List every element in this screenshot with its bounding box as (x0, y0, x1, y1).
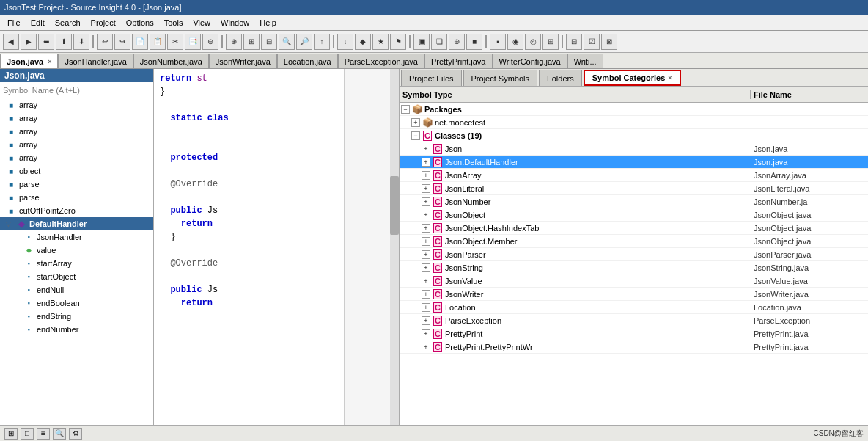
file-tab[interactable]: Writi... (567, 54, 603, 68)
code-editor[interactable]: return st} static clas protected @Overri… (154, 69, 344, 425)
tree-row[interactable]: +CLocationLocation.java (400, 301, 868, 314)
toolbar-btn[interactable]: ⊖ (202, 34, 218, 50)
file-tab[interactable]: Location.java (277, 54, 338, 68)
left-item[interactable]: ■array (0, 151, 153, 164)
left-item[interactable]: ■parse (0, 178, 153, 191)
toolbar-btn[interactable]: ⊟ (261, 34, 277, 50)
toolbar-btn[interactable]: ⊕ (449, 34, 465, 50)
tree-row[interactable]: +CJsonNumberJsonNumber.ja (400, 195, 868, 208)
expand-btn[interactable]: + (422, 158, 430, 167)
file-tab-close[interactable]: × (48, 58, 51, 65)
expand-btn[interactable]: + (422, 277, 430, 285)
toolbar-btn[interactable]: ↑ (314, 34, 330, 50)
left-item[interactable]: ▪endString (0, 310, 153, 323)
status-btn-5[interactable]: ⚙ (69, 428, 82, 440)
menu-item-tools[interactable]: Tools (160, 17, 188, 29)
menu-item-view[interactable]: View (188, 17, 215, 29)
menu-item-search[interactable]: Search (51, 17, 85, 29)
toolbar-btn[interactable]: ↓ (337, 34, 353, 50)
tree-row[interactable]: +CJsonJson.java (400, 142, 868, 156)
toolbar-btn[interactable]: ⬇ (73, 34, 89, 50)
left-item[interactable]: ◆value (0, 244, 153, 257)
menu-item-options[interactable]: Options (122, 17, 158, 29)
panel-tab-project-files[interactable]: Project Files (401, 70, 462, 86)
toolbar-btn[interactable]: ↩ (97, 34, 113, 50)
file-tab[interactable]: JsonWriter.java (209, 54, 277, 68)
toolbar-btn[interactable]: 🔍 (279, 34, 295, 50)
tree-row[interactable]: +CJsonLiteralJsonLiteral.java (400, 182, 868, 195)
toolbar-btn[interactable]: ▣ (413, 34, 430, 50)
tree-row[interactable]: +CParseExceptionParseException (400, 314, 868, 327)
toolbar-btn[interactable]: ◀ (3, 34, 19, 50)
symbol-search[interactable] (0, 82, 153, 98)
expand-btn[interactable]: − (411, 131, 420, 140)
left-item[interactable]: ■cutOffPointZero (0, 204, 153, 217)
toolbar-btn[interactable]: ⊞ (542, 34, 559, 50)
tree-row[interactable]: +CJsonValueJsonValue.java (400, 274, 868, 288)
toolbar-btn[interactable]: ❏ (431, 34, 447, 50)
tree-row[interactable]: +CJsonObject.MemberJsonObject.java (400, 235, 868, 248)
file-tab[interactable]: Json.java× (0, 54, 58, 68)
left-item[interactable]: ▽◆DefaultHandler (0, 217, 153, 230)
file-tab[interactable]: JsonNumber.java (133, 54, 209, 68)
expand-btn[interactable]: + (422, 197, 430, 206)
tree-row[interactable]: +CJson.DefaultHandlerJson.java (400, 156, 868, 169)
toolbar-btn[interactable]: ◆ (355, 34, 371, 50)
menu-item-project[interactable]: Project (87, 17, 120, 29)
expand-btn[interactable]: + (422, 343, 430, 351)
toolbar-btn[interactable]: ▪ (490, 34, 506, 50)
toolbar-btn[interactable]: ▶ (21, 34, 37, 50)
tree-row[interactable]: +CPrettyPrintPrettyPrint.java (400, 327, 868, 340)
toolbar-btn[interactable]: 📑 (185, 34, 201, 50)
toolbar-btn[interactable]: ↪ (114, 34, 130, 50)
tree-row[interactable]: −📦Packages (400, 103, 868, 116)
tree-row[interactable]: −CClasses (19) (400, 129, 868, 142)
toolbar-btn[interactable]: ⬆ (56, 34, 72, 50)
expand-btn[interactable]: + (422, 211, 430, 219)
tree-row[interactable]: +📦net.moocetest (400, 116, 868, 129)
toolbar-btn[interactable]: 📄 (132, 34, 148, 50)
left-item[interactable]: ▪endNumber (0, 323, 153, 336)
status-btn-3[interactable]: ≡ (37, 428, 50, 440)
toolbar-btn[interactable]: ⊟ (566, 34, 582, 50)
toolbar-btn[interactable]: 🔎 (296, 34, 312, 50)
expand-icon[interactable]: ▽ (6, 220, 13, 227)
toolbar-btn[interactable]: ⊞ (243, 34, 260, 50)
panel-tab-folders[interactable]: Folders (539, 70, 582, 86)
left-item[interactable]: ■parse (0, 191, 153, 204)
left-item[interactable]: ■array (0, 125, 153, 138)
panel-tab-close[interactable]: × (668, 74, 672, 81)
expand-btn[interactable]: + (422, 263, 430, 272)
expand-btn[interactable]: + (411, 118, 420, 127)
tree-row[interactable]: +CJsonObjectJsonObject.java (400, 208, 868, 222)
toolbar-btn[interactable]: ⚑ (390, 34, 406, 50)
toolbar-btn[interactable]: ★ (372, 34, 389, 50)
expand-btn[interactable]: + (422, 224, 430, 233)
expand-btn[interactable]: + (422, 290, 430, 299)
preview-scrollbar[interactable] (390, 69, 399, 425)
menu-item-window[interactable]: Window (216, 17, 254, 29)
symbol-search-input[interactable] (0, 82, 153, 98)
tree-row[interactable]: +CPrettyPrint.PrettyPrintWrPrettyPrint.j… (400, 340, 868, 354)
toolbar-btn[interactable]: ◉ (507, 34, 523, 50)
left-item[interactable]: ▪startObject (0, 270, 153, 283)
left-item[interactable]: ▪endBoolean (0, 296, 153, 310)
tree-row[interactable]: +CJsonObject.HashIndexTabJsonObject.java (400, 222, 868, 235)
expand-btn[interactable]: + (422, 237, 430, 246)
file-tab[interactable]: PrettyPrint.java (424, 54, 493, 68)
tree-table[interactable]: Symbol Type File Name −📦Packages+📦net.mo… (400, 87, 868, 425)
left-item[interactable]: ■array (0, 112, 153, 125)
tree-row[interactable]: +CJsonArrayJsonArray.java (400, 169, 868, 182)
menu-item-edit[interactable]: Edit (26, 17, 49, 29)
left-item[interactable]: ■object (0, 164, 153, 178)
left-item[interactable]: ■array (0, 138, 153, 151)
menu-item-help[interactable]: Help (255, 17, 281, 29)
left-item[interactable]: ▪endNull (0, 283, 153, 296)
expand-btn[interactable]: + (422, 171, 430, 180)
toolbar-btn[interactable]: 📋 (150, 34, 166, 50)
expand-btn[interactable]: + (422, 184, 430, 193)
toolbar-btn[interactable]: ◎ (525, 34, 541, 50)
tree-row[interactable]: +CJsonWriterJsonWriter.java (400, 288, 868, 301)
toolbar-btn[interactable]: ■ (466, 34, 482, 50)
tree-row[interactable]: +CJsonStringJsonString.java (400, 261, 868, 274)
